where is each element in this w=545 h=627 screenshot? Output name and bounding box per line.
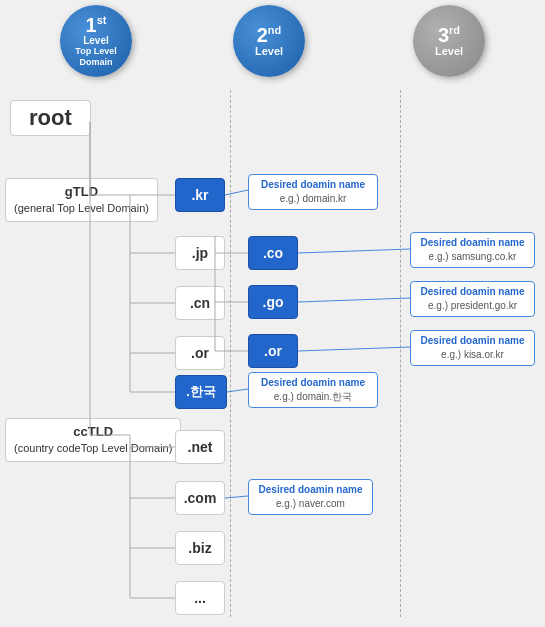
svg-line-10 (225, 190, 248, 195)
root-label: root (29, 105, 72, 130)
cn-node: .cn (175, 286, 225, 320)
biz-label: .biz (188, 540, 211, 556)
hangul-node: .한국 (175, 375, 227, 409)
kr-node: .kr (175, 178, 225, 212)
level-1-badge: 1st Level Top LevelDomain (60, 5, 132, 77)
gtld-node: gTLD (general Top Level Domain) (5, 178, 158, 222)
go-label: .go (263, 294, 284, 310)
hangul-desired-line2: e.g.) domain.한국 (255, 390, 371, 404)
co-desired-line2: e.g.) samsung.co.kr (417, 250, 528, 264)
or-desired-label: Desired doamin name e.g.) kisa.or.kr (410, 330, 535, 366)
or-2nd-label: .or (264, 343, 282, 359)
com-label: .com (184, 490, 217, 506)
com-desired-line2: e.g.) naver.com (255, 497, 366, 511)
biz-node: .biz (175, 531, 225, 565)
hangul-desired-label: Desired doamin name e.g.) domain.한국 (248, 372, 378, 408)
kr-desired-line1: Desired doamin name (255, 178, 371, 192)
com-node: .com (175, 481, 225, 515)
cn-label: .cn (190, 295, 210, 311)
svg-line-15 (298, 249, 410, 253)
jp-node: .jp (175, 236, 225, 270)
level-2-badge: 2nd Level (233, 5, 305, 77)
gtld-sub-label: (general Top Level Domain) (14, 201, 149, 216)
com-desired-line1: Desired doamin name (255, 483, 366, 497)
net-node: .net (175, 430, 225, 464)
svg-line-16 (298, 298, 410, 302)
dots-node: ... (175, 581, 225, 615)
or-node: .or (175, 336, 225, 370)
cctld-node: ccTLD (country codeTop Level Domain) (5, 418, 181, 462)
cctld-sub-label: (country codeTop Level Domain) (14, 441, 172, 456)
net-label: .net (188, 439, 213, 455)
go-desired-line1: Desired doamin name (417, 285, 528, 299)
co-desired-line1: Desired doamin name (417, 236, 528, 250)
go-node: .go (248, 285, 298, 319)
co-node: .co (248, 236, 298, 270)
or-label: .or (191, 345, 209, 361)
root-node: root (10, 100, 91, 136)
hangul-label: .한국 (186, 383, 216, 401)
co-desired-label: Desired doamin name e.g.) samsung.co.kr (410, 232, 535, 268)
hangul-desired-line1: Desired doamin name (255, 376, 371, 390)
jp-label: .jp (192, 245, 208, 261)
or-desired-line2: e.g.) kisa.or.kr (417, 348, 528, 362)
svg-line-17 (298, 347, 410, 351)
co-label: .co (263, 245, 283, 261)
go-desired-line2: e.g.) president.go.kr (417, 299, 528, 313)
go-desired-label: Desired doamin name e.g.) president.go.k… (410, 281, 535, 317)
dots-label: ... (194, 590, 206, 606)
or-desired-line1: Desired doamin name (417, 334, 528, 348)
level-3-badge: 3rd Level (413, 5, 485, 77)
kr-desired-line2: e.g.) domain.kr (255, 192, 371, 206)
com-desired-label: Desired doamin name e.g.) naver.com (248, 479, 373, 515)
kr-label: .kr (191, 187, 208, 203)
or-2nd-node: .or (248, 334, 298, 368)
gtld-label: gTLD (14, 183, 149, 201)
svg-line-24 (225, 496, 248, 498)
cctld-label: ccTLD (14, 423, 172, 441)
kr-desired-label: Desired doamin name e.g.) domain.kr (248, 174, 378, 210)
